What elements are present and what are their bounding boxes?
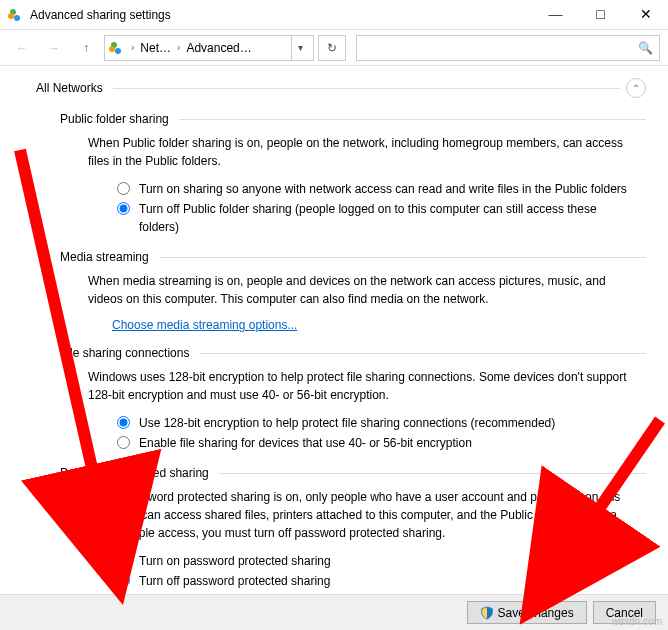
radio-input-4056bit[interactable] [117, 436, 130, 449]
section-password-sharing: Password protected sharing [60, 466, 209, 480]
chevron-right-icon: › [175, 42, 182, 53]
media-options-link[interactable]: Choose media streaming options... [112, 318, 646, 332]
save-changes-button[interactable]: Save changes [467, 601, 587, 624]
radio-input-password-off[interactable] [117, 574, 130, 587]
shield-icon [480, 606, 494, 620]
filesharing-desc: Windows uses 128-bit encryption to help … [88, 368, 636, 404]
search-box[interactable]: 🔍 [356, 35, 660, 61]
media-desc: When media streaming is on, people and d… [88, 272, 636, 308]
minimize-button[interactable]: — [533, 0, 578, 30]
radio-password-on[interactable]: Turn on password protected sharing [112, 552, 636, 570]
section-media-streaming: Media streaming [60, 250, 149, 264]
section-file-sharing: File sharing connections [60, 346, 189, 360]
watermark: wsxdn.com [612, 616, 662, 627]
nav-toolbar: ← → ↑ › Net… › Advanced… ▾ ↻ 🔍 [0, 30, 668, 66]
breadcrumb-bar[interactable]: › Net… › Advanced… ▾ [104, 35, 314, 61]
collapse-button[interactable]: ⌃ [626, 78, 646, 98]
public-folder-desc: When Public folder sharing is on, people… [88, 134, 636, 170]
search-input[interactable] [363, 40, 638, 56]
window-title: Advanced sharing settings [30, 8, 533, 22]
radio-public-on[interactable]: Turn on sharing so anyone with network a… [112, 180, 636, 198]
radio-input-public-on[interactable] [117, 182, 130, 195]
back-button[interactable]: ← [8, 34, 36, 62]
radio-input-128bit[interactable] [117, 416, 130, 429]
maximize-button[interactable]: □ [578, 0, 623, 30]
title-bar: Advanced sharing settings — □ ✕ [0, 0, 668, 30]
radio-public-off[interactable]: Turn off Public folder sharing (people l… [112, 200, 636, 236]
search-icon: 🔍 [638, 41, 653, 55]
breadcrumb-item-network[interactable]: Net… [140, 41, 171, 55]
forward-button[interactable]: → [40, 34, 68, 62]
app-icon [8, 7, 24, 23]
radio-4056bit[interactable]: Enable file sharing for devices that use… [112, 434, 636, 452]
radio-input-public-off[interactable] [117, 202, 130, 215]
breadcrumb-dropdown[interactable]: ▾ [291, 36, 309, 60]
group-all-networks[interactable]: All Networks ⌃ [36, 78, 646, 98]
group-title: All Networks [36, 81, 103, 95]
password-desc: When password protected sharing is on, o… [88, 488, 636, 542]
breadcrumb-item-advanced[interactable]: Advanced… [186, 41, 251, 55]
close-button[interactable]: ✕ [623, 0, 668, 30]
refresh-button[interactable]: ↻ [318, 35, 346, 61]
radio-input-password-on[interactable] [117, 554, 130, 567]
radio-128bit[interactable]: Use 128-bit encryption to help protect f… [112, 414, 636, 432]
breadcrumb-icon [109, 40, 125, 56]
up-button[interactable]: ↑ [72, 34, 100, 62]
section-public-folder-sharing: Public folder sharing [60, 112, 169, 126]
radio-password-off[interactable]: Turn off password protected sharing [112, 572, 636, 590]
footer-bar: Save changes Cancel [0, 594, 668, 630]
chevron-right-icon: › [129, 42, 136, 53]
content-pane: All Networks ⌃ Public folder sharing Whe… [0, 66, 668, 594]
